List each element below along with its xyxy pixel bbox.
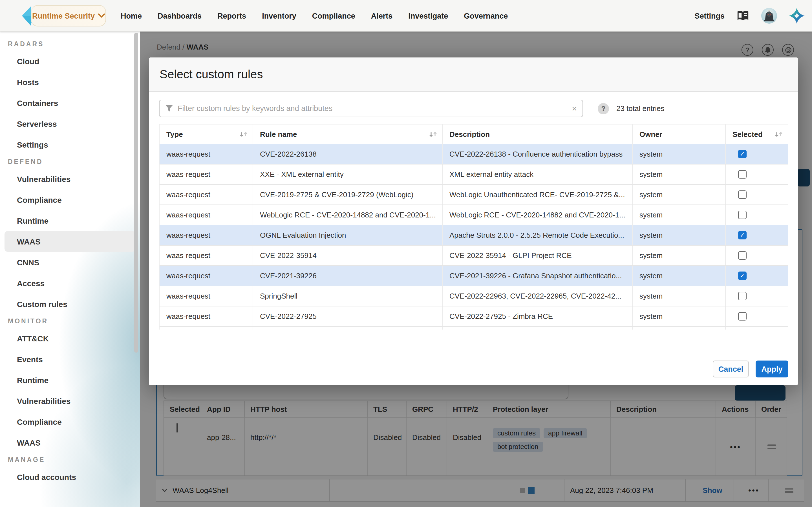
nav-item-compliance[interactable]: Compliance xyxy=(312,11,355,20)
product-switcher[interactable]: Runtime Security xyxy=(31,5,106,26)
product-switcher-label: Runtime Security xyxy=(32,11,95,20)
sidebar-item-compliance[interactable]: Compliance xyxy=(4,189,135,210)
row-checkbox[interactable] xyxy=(738,272,747,280)
sidebar-item-events[interactable]: Events xyxy=(4,349,135,370)
user-avatar[interactable] xyxy=(761,8,777,24)
table-row[interactable]: waas-requestXXE - XML external entityXML… xyxy=(160,165,788,185)
sidebar-section-radars: RADARS xyxy=(0,37,140,51)
prisma-spark-icon[interactable] xyxy=(789,8,805,24)
nav-item-home[interactable]: Home xyxy=(121,11,142,20)
sidebar-scrollbar[interactable] xyxy=(134,33,138,353)
table-row[interactable]: waas-requestWebLogic RCE - CVE-2020-1488… xyxy=(160,205,788,225)
sidebar-item-vulnerabilities[interactable]: Vulnerabilities xyxy=(4,168,135,189)
col-selected[interactable]: Selected xyxy=(726,124,788,144)
row-checkbox[interactable] xyxy=(738,190,747,199)
table-row[interactable]: waas-requestCVE-2019-2725 & CVE-2019-272… xyxy=(160,185,788,205)
nav-item-reports[interactable]: Reports xyxy=(217,11,246,20)
modal-title: Select custom rules xyxy=(160,68,263,81)
clear-filter-icon[interactable]: × xyxy=(572,104,577,113)
col-owner[interactable]: Owner xyxy=(633,124,726,144)
table-row[interactable] xyxy=(160,327,788,330)
col-rule-name[interactable]: Rule name xyxy=(253,124,443,144)
documentation-book-icon[interactable] xyxy=(737,10,749,21)
custom-rules-table-header: Type Rule name Description Owner Selecte… xyxy=(160,124,788,144)
sort-type-icon[interactable] xyxy=(239,130,248,138)
sidebar-item-cloud[interactable]: Cloud xyxy=(4,51,135,71)
row-checkbox[interactable] xyxy=(738,231,747,239)
sidebar-item-hosts[interactable]: Hosts xyxy=(4,71,135,93)
nav-item-inventory[interactable]: Inventory xyxy=(262,11,296,20)
row-checkbox[interactable] xyxy=(738,312,747,321)
col-type[interactable]: Type xyxy=(160,124,253,144)
row-checkbox[interactable] xyxy=(738,292,747,300)
nav-item-alerts[interactable]: Alerts xyxy=(371,11,393,20)
table-row[interactable]: waas-requestCVE-2022-35914CVE-2022-35914… xyxy=(160,245,788,266)
filter-help-icon[interactable]: ? xyxy=(598,103,609,114)
sidebar-item-monitor-runtime[interactable]: Runtime xyxy=(4,370,135,390)
sidebar-item-containers[interactable]: Containers xyxy=(4,93,135,113)
table-row[interactable]: waas-requestCVE-2022-27925CVE-2022-27925… xyxy=(160,306,788,327)
page-content: Defend / WAAS ? Selected App ID HTTP hos… xyxy=(140,32,812,507)
sidebar-item-cnns[interactable]: CNNS xyxy=(4,252,135,273)
modal-filter-row: × ? 23 total entries xyxy=(159,100,788,117)
sidebar: RADARS Cloud Hosts Containers Serverless… xyxy=(0,32,140,507)
table-row[interactable]: waas-requestCVE-2021-39226CVE-2021-39226… xyxy=(160,266,788,286)
sort-selected-icon[interactable] xyxy=(774,130,783,138)
row-checkbox[interactable] xyxy=(738,170,747,179)
col-description[interactable]: Description xyxy=(443,124,633,144)
sidebar-item-radar-settings[interactable]: Settings xyxy=(4,134,135,155)
main-menu: Home Dashboards Reports Inventory Compli… xyxy=(121,0,508,32)
total-entries-label: 23 total entries xyxy=(616,104,665,113)
custom-rules-table: Type Rule name Description Owner Selecte… xyxy=(159,124,788,330)
row-checkbox[interactable] xyxy=(738,150,747,158)
filter-funnel-icon xyxy=(165,105,173,112)
nav-item-investigate[interactable]: Investigate xyxy=(408,11,448,20)
modal-header: Select custom rules xyxy=(149,57,798,92)
sidebar-item-serverless[interactable]: Serverless xyxy=(4,113,135,134)
top-nav: Runtime Security Home Dashboards Reports… xyxy=(0,0,812,32)
sidebar-item-monitor-vulnerabilities[interactable]: Vulnerabilities xyxy=(4,390,135,411)
filter-input[interactable] xyxy=(177,104,567,113)
table-row[interactable]: waas-requestCVE-2022-26138CVE-2022-26138… xyxy=(160,144,788,165)
sidebar-item-attck[interactable]: ATT&CK xyxy=(4,328,135,349)
apply-button[interactable]: Apply xyxy=(756,360,788,378)
row-checkbox[interactable] xyxy=(738,251,747,260)
sidebar-item-cloud-accounts[interactable]: Cloud accounts xyxy=(4,466,135,487)
modal-footer: Cancel Apply xyxy=(713,360,788,378)
sidebar-item-waas[interactable]: WAAS xyxy=(4,231,135,252)
nav-utilities: Settings xyxy=(695,0,805,32)
sidebar-section-manage: MANAGE xyxy=(0,453,140,466)
filter-input-container: × xyxy=(159,100,583,117)
table-row[interactable]: waas-requestOGNL Evaluation InjectionApa… xyxy=(160,225,788,245)
sidebar-item-runtime[interactable]: Runtime xyxy=(4,210,135,231)
app-window: Runtime Security Home Dashboards Reports… xyxy=(0,0,812,507)
sidebar-section-defend: DEFEND xyxy=(0,155,140,168)
sidebar-item-monitor-waas[interactable]: WAAS xyxy=(4,432,135,453)
cancel-button[interactable]: Cancel xyxy=(713,360,749,378)
sidebar-section-monitor: MONITOR xyxy=(0,314,140,328)
nav-item-settings[interactable]: Settings xyxy=(695,11,725,20)
row-checkbox[interactable] xyxy=(738,211,747,219)
nav-item-governance[interactable]: Governance xyxy=(464,11,508,20)
chevron-down-icon xyxy=(98,13,105,18)
nav-item-dashboards[interactable]: Dashboards xyxy=(158,11,202,20)
sidebar-item-monitor-compliance[interactable]: Compliance xyxy=(4,411,135,432)
sidebar-item-access[interactable]: Access xyxy=(4,273,135,293)
sidebar-item-custom-rules[interactable]: Custom rules xyxy=(4,293,135,314)
sort-rule-name-icon[interactable] xyxy=(428,130,438,138)
table-row[interactable]: waas-requestSpringShellCVE-2022-22963, C… xyxy=(160,286,788,306)
select-custom-rules-modal: Select custom rules × ? 23 total entries… xyxy=(149,57,798,385)
